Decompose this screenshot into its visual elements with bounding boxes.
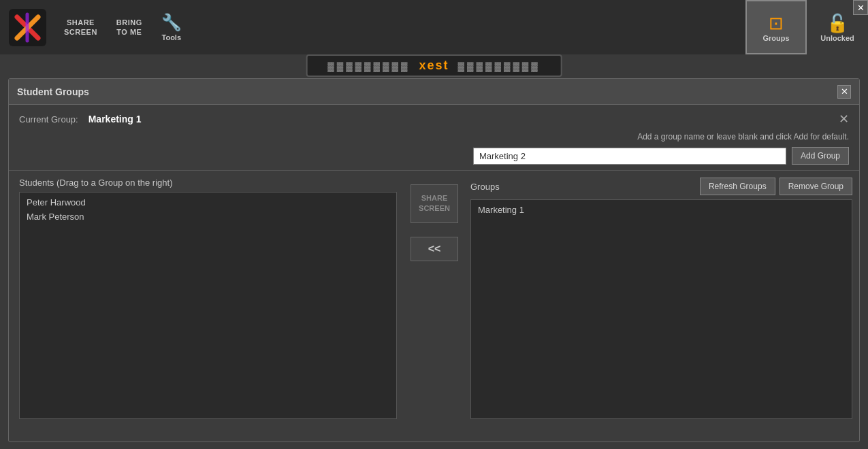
add-group-button[interactable]: Add Group bbox=[792, 147, 849, 165]
students-panel: Students (Drag to a Group on the right) … bbox=[9, 171, 404, 426]
remove-group-button[interactable]: Remove Group bbox=[779, 178, 852, 195]
unlocked-label: Unlocked bbox=[820, 34, 854, 42]
group-name-input[interactable] bbox=[473, 148, 786, 165]
dialog-close-btn[interactable]: ✕ bbox=[837, 85, 851, 99]
bring-to-me-label: BRINGTO ME bbox=[116, 18, 142, 37]
students-section-title: Students (Drag to a Group on the right) bbox=[19, 178, 397, 188]
groups-nav-btn[interactable]: ⊡ Groups bbox=[745, 0, 807, 54]
current-group-value: Marketing 1 bbox=[89, 114, 839, 124]
list-item[interactable]: Marketing 1 bbox=[474, 203, 849, 217]
groups-network-icon: ⊡ bbox=[769, 13, 784, 34]
groups-header: Groups Refresh Groups Remove Group bbox=[470, 178, 852, 195]
middle-panel: SHARESCREEN << bbox=[404, 171, 465, 426]
current-group-row: Current Group: Marketing 1 ✕ bbox=[19, 112, 849, 127]
share-screen-nav-label: SHARESCREEN bbox=[64, 18, 97, 37]
dialog-title: Student Groups bbox=[17, 86, 89, 97]
clear-icon[interactable]: ✕ bbox=[839, 112, 849, 127]
current-group-label: Current Group: bbox=[19, 114, 78, 124]
tools-label: Tools bbox=[162, 33, 182, 41]
groups-section-title: Groups bbox=[470, 182, 500, 192]
list-item[interactable]: Peter Harwood bbox=[22, 195, 393, 210]
back-btn[interactable]: << bbox=[411, 237, 458, 261]
lock-icon: 🔓 bbox=[826, 13, 848, 34]
tools-btn[interactable]: 🔧 Tools bbox=[152, 7, 191, 47]
app-logo[interactable] bbox=[7, 7, 48, 48]
groups-panel: Groups Refresh Groups Remove Group Marke… bbox=[465, 171, 859, 426]
share-screen-btn[interactable]: SHARESCREEN bbox=[411, 184, 458, 223]
window-close-btn[interactable]: ✕ bbox=[853, 0, 868, 15]
top-section: Current Group: Marketing 1 ✕ Add a group… bbox=[9, 105, 859, 171]
center-logo-text: ▓▓▓▓▓▓▓▓▓ xest ▓▓▓▓▓▓▓▓▓ bbox=[327, 59, 541, 72]
dialog-body: Current Group: Marketing 1 ✕ Add a group… bbox=[9, 105, 859, 442]
group-name: Marketing 1 bbox=[478, 205, 524, 215]
list-item[interactable]: Mark Peterson bbox=[22, 210, 393, 224]
dialog-title-bar: Student Groups ✕ bbox=[9, 79, 859, 105]
share-screen-nav-btn[interactable]: SHARESCREEN bbox=[54, 12, 107, 43]
student-name: Peter Harwood bbox=[27, 197, 86, 207]
share-screen-btn-label: SHARESCREEN bbox=[419, 194, 450, 212]
student-name: Mark Peterson bbox=[27, 212, 84, 222]
add-group-row: Add Group bbox=[19, 147, 849, 165]
groups-nav-label: Groups bbox=[762, 34, 789, 42]
groups-list: Marketing 1 bbox=[470, 199, 852, 419]
group-hint: Add a group name or leave blank and clic… bbox=[637, 132, 849, 142]
wrench-icon: 🔧 bbox=[161, 13, 182, 32]
content-area: Students (Drag to a Group on the right) … bbox=[9, 171, 859, 426]
students-list: Peter Harwood Mark Peterson bbox=[19, 192, 397, 419]
refresh-groups-button[interactable]: Refresh Groups bbox=[700, 178, 775, 195]
group-action-buttons: Refresh Groups Remove Group bbox=[700, 178, 852, 195]
center-logo-bar: ▓▓▓▓▓▓▓▓▓ xest ▓▓▓▓▓▓▓▓▓ bbox=[306, 54, 562, 77]
bring-to-me-btn[interactable]: BRINGTO ME bbox=[107, 12, 152, 43]
student-groups-dialog: Student Groups ✕ Current Group: Marketin… bbox=[8, 78, 860, 442]
topbar-right: ⊡ Groups 🔓 Unlocked bbox=[745, 0, 868, 54]
topbar: SHARESCREEN BRINGTO ME 🔧 Tools ⊡ Groups … bbox=[0, 0, 868, 54]
